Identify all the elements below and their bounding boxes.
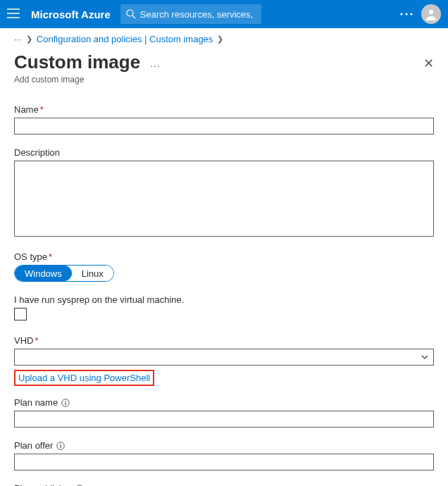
description-textarea[interactable] — [14, 161, 434, 237]
svg-rect-7 — [65, 402, 66, 405]
custom-image-form: Name* Description OS type* Windows Linux… — [0, 104, 448, 486]
global-search[interactable] — [120, 4, 262, 24]
plan-name-input[interactable] — [14, 411, 434, 428]
page-heading-row: Custom image ··· ✕ — [0, 47, 448, 73]
page-title: Custom image — [14, 51, 140, 73]
ostype-segmented: Windows Linux — [14, 265, 114, 282]
avatar[interactable] — [421, 4, 441, 24]
svg-point-0 — [127, 10, 133, 16]
description-label: Description — [14, 147, 434, 158]
breadcrumb-overflow[interactable]: ··· — [14, 34, 22, 44]
chevron-down-icon — [421, 353, 429, 361]
svg-point-1 — [400, 13, 402, 15]
svg-point-2 — [405, 13, 407, 15]
chevron-right-icon: ❯ — [26, 35, 32, 44]
vhd-label: VHD* — [14, 335, 434, 346]
close-icon[interactable]: ✕ — [423, 56, 434, 71]
info-icon[interactable] — [56, 442, 65, 450]
breadcrumb: ··· ❯ Configuration and policies | Custo… — [0, 28, 448, 47]
chevron-right-icon: ❯ — [217, 35, 223, 44]
svg-point-6 — [65, 400, 66, 401]
person-icon — [424, 7, 438, 21]
search-icon — [126, 9, 136, 19]
title-overflow-menu[interactable]: ··· — [150, 60, 161, 71]
vhd-dropdown[interactable] — [14, 349, 434, 366]
svg-point-3 — [410, 13, 412, 15]
upload-vhd-link[interactable]: Upload a VHD using PowerShell — [18, 373, 150, 383]
svg-rect-10 — [61, 445, 61, 448]
svg-point-9 — [61, 443, 62, 444]
ostype-windows-button[interactable]: Windows — [15, 266, 72, 281]
plan-name-label: Plan name — [14, 397, 434, 408]
page-subtitle: Add custom image — [0, 75, 448, 85]
search-input[interactable] — [140, 9, 256, 20]
ostype-linux-button[interactable]: Linux — [72, 266, 113, 281]
name-input[interactable] — [14, 118, 434, 135]
breadcrumb-link-config[interactable]: Configuration and policies | Custom imag… — [37, 34, 213, 44]
plan-offer-label: Plan offer — [14, 440, 434, 451]
upload-vhd-highlight: Upload a VHD using PowerShell — [14, 370, 154, 386]
plan-offer-input[interactable] — [14, 454, 434, 471]
azure-topbar: Microsoft Azure — [0, 0, 448, 28]
brand-label[interactable]: Microsoft Azure — [31, 8, 111, 20]
name-label: Name* — [14, 104, 434, 115]
info-icon[interactable] — [61, 399, 70, 407]
sysprep-checkbox[interactable] — [14, 308, 27, 320]
menu-icon[interactable] — [7, 8, 21, 20]
ostype-label: OS type* — [14, 251, 434, 262]
plan-publisher-label: Plan publisher — [14, 483, 434, 486]
sysprep-label: I have run sysprep on the virtual machin… — [14, 294, 434, 305]
svg-point-4 — [429, 10, 433, 14]
overflow-icon[interactable] — [400, 13, 413, 15]
